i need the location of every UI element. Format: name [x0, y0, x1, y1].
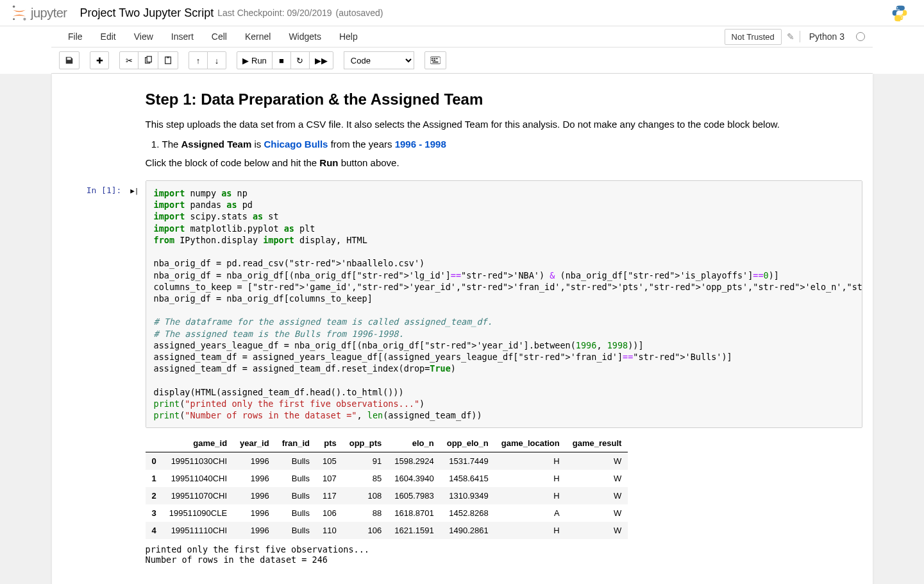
run-group: ▶Run ■ ↻ ▶▶ [237, 51, 333, 69]
table-cell: 117 [316, 487, 343, 504]
table-cell: 1996 [233, 487, 276, 504]
table-cell: W [566, 487, 628, 504]
restart-button[interactable]: ↻ [290, 51, 310, 69]
is-text: is [251, 139, 264, 150]
menu-file[interactable]: File [59, 26, 92, 47]
table-cell: 1458.6415 [441, 470, 495, 487]
menu-widgets[interactable]: Widgets [280, 26, 330, 47]
code-editor[interactable]: import numpy as np import pandas as pd i… [146, 180, 862, 428]
checkpoint-text: Last Checkpoint: 09/20/2019 [217, 8, 332, 18]
table-cell: 1604.3940 [388, 470, 440, 487]
arrow-down-icon: ↓ [215, 56, 219, 65]
run-button[interactable]: ▶Run [237, 51, 273, 69]
assigned-team-item: The Assigned Team is Chicago Bulls from … [162, 139, 825, 150]
cut-button[interactable]: ✂ [119, 51, 139, 69]
fast-forward-icon: ▶▶ [315, 56, 328, 65]
move-group: ↑ ↓ [189, 51, 226, 69]
step-heading: Step 1: Data Preparation & the Assigned … [146, 90, 825, 108]
table-row: 2199511070CHI1996Bulls1171081605.7983131… [146, 487, 628, 504]
svg-rect-8 [432, 58, 433, 59]
restart-icon: ↻ [296, 56, 303, 65]
jupyter-logo-text: jupyter [31, 6, 67, 21]
scissors-icon: ✂ [126, 56, 133, 65]
move-down-button[interactable]: ↓ [207, 51, 226, 69]
table-cell: H [495, 470, 566, 487]
edit-group: ✂ [119, 51, 178, 69]
step-description: This step uploads the data set from a CS… [146, 117, 825, 132]
table-header-cell: game_id [163, 434, 233, 452]
table-cell: H [495, 452, 566, 470]
table-cell: W [566, 504, 628, 522]
edit-icon[interactable]: ✎ [787, 31, 794, 42]
output-text: printed only the first five observations… [146, 544, 825, 565]
table-header-cell [146, 434, 163, 452]
table-cell: 1621.1591 [388, 522, 440, 539]
notebook-page: Step 1: Data Preparation & the Assigned … [0, 74, 924, 584]
table-cell: 91 [343, 452, 389, 470]
restart-run-all-button[interactable]: ▶▶ [309, 51, 333, 69]
from-years-text: from the years [328, 139, 394, 150]
run-instruction-run: Run [319, 157, 338, 168]
team-name: Chicago Bulls [264, 139, 328, 150]
jupyter-logo[interactable]: jupyter [10, 4, 67, 22]
paste-button[interactable] [158, 51, 178, 69]
table-header-cell: year_id [233, 434, 276, 452]
move-up-button[interactable]: ↑ [189, 51, 208, 69]
table-cell: Bulls [276, 504, 316, 522]
table-cell: 1996 [233, 470, 276, 487]
table-header-cell: opp_pts [343, 434, 389, 452]
table-cell: 1310.9349 [441, 487, 495, 504]
table-body: 0199511030CHI1996Bulls105911598.29241531… [146, 452, 628, 540]
save-button[interactable] [59, 51, 80, 69]
svg-point-1 [23, 18, 26, 21]
interrupt-button[interactable]: ■ [272, 51, 291, 69]
table-cell: Bulls [276, 470, 316, 487]
menu-view[interactable]: View [125, 26, 162, 47]
table-cell: Bulls [276, 522, 316, 539]
menu-kernel[interactable]: Kernel [236, 26, 280, 47]
menu-cell[interactable]: Cell [203, 26, 236, 47]
table-cell: 1 [146, 470, 163, 487]
trust-badge[interactable]: Not Trusted [725, 29, 782, 45]
markdown-cell[interactable]: Step 1: Data Preparation & the Assigned … [146, 90, 825, 170]
copy-button[interactable] [138, 51, 158, 69]
run-label: Run [251, 56, 267, 65]
table-header-cell: elo_n [388, 434, 440, 452]
svg-point-0 [13, 5, 15, 8]
table-cell: 1996 [233, 522, 276, 539]
table-cell: Bulls [276, 452, 316, 470]
menu-edit[interactable]: Edit [92, 26, 125, 47]
table-header-cell: game_location [495, 434, 566, 452]
stop-icon: ■ [279, 56, 284, 65]
table-header-row: game_idyear_idfran_idptsopp_ptselo_nopp_… [146, 434, 628, 452]
output-area: game_idyear_idfran_idptsopp_ptselo_nopp_… [146, 434, 825, 565]
menu-insert[interactable]: Insert [162, 26, 203, 47]
command-palette-button[interactable] [424, 51, 446, 69]
kernel-name[interactable]: Python 3 [805, 29, 848, 44]
menubar-right: Not Trusted ✎ Python 3 [725, 29, 865, 45]
table-header-cell: pts [316, 434, 343, 452]
table-cell: 107 [316, 470, 343, 487]
toolbar: ✚ ✂ ↑ ↓ ▶Run ■ ↻ ▶▶ Code [51, 47, 873, 74]
code-cell[interactable]: In [1]: ▶| import numpy as np import pan… [62, 180, 862, 428]
table-row: 0199511030CHI1996Bulls105911598.29241531… [146, 452, 628, 470]
prompt-label: In [1]: [87, 185, 122, 195]
insert-cell-button[interactable]: ✚ [90, 51, 109, 69]
svg-rect-13 [432, 62, 438, 63]
run-indicator-icon[interactable]: ▶| [130, 187, 139, 195]
notebook-header: jupyter Project Two Jupyter Script Last … [0, 0, 924, 26]
table-cell: 199511090CLE [163, 504, 233, 522]
table-header-cell: fran_id [276, 434, 316, 452]
svg-rect-12 [433, 60, 435, 61]
table-cell: H [495, 522, 566, 539]
svg-rect-4 [147, 56, 151, 62]
notebook-title[interactable]: Project Two Jupyter Script [80, 6, 214, 20]
menu-help[interactable]: Help [330, 26, 367, 47]
table-cell: 1490.2861 [441, 522, 495, 539]
run-instruction: Click the block of code below and hit th… [146, 156, 825, 171]
table-cell: 105 [316, 452, 343, 470]
cell-type-select[interactable]: Code [344, 51, 414, 69]
table-cell: 199511030CHI [163, 452, 233, 470]
autosave-status: (autosaved) [336, 8, 383, 18]
plus-icon: ✚ [96, 56, 103, 65]
